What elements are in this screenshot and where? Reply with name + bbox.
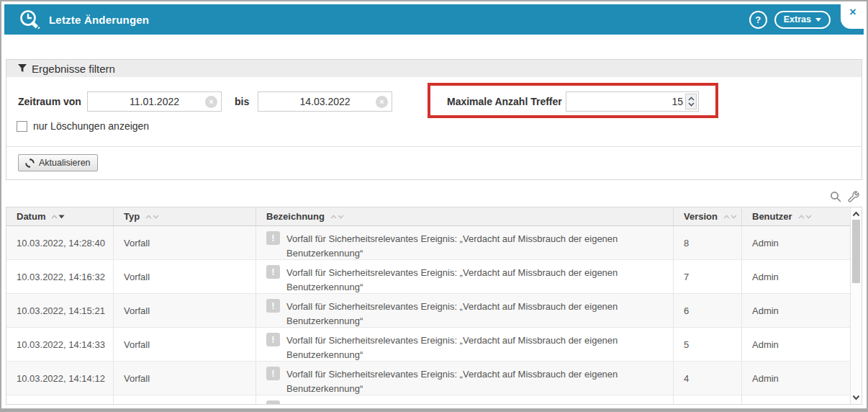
filter-panel: Ergebnisse filtern Zeitraum von 11.01.20… (6, 59, 862, 180)
cell-bezeichnung-text: Vorfall für Sicherheitsrelevantes Ereign… (286, 231, 646, 259)
last-changes-window: Letzte Änderungen ? Extras × Ergebnisse … (0, 0, 868, 412)
page-title: Letzte Änderungen (49, 14, 149, 26)
sort-bezeichnung-icon (330, 215, 344, 219)
filter-panel-header: Ergebnisse filtern (6, 60, 862, 77)
cell-typ (114, 395, 256, 405)
cell-version (674, 395, 742, 405)
column-header-typ-label: Typ (124, 211, 140, 222)
cell-datum: 10.03.2022, 14:28:40 (6, 226, 114, 259)
spinner-up-icon (688, 97, 695, 101)
column-header-datum[interactable]: Datum (6, 207, 114, 225)
zeitraum-von-label: Zeitraum von (18, 91, 81, 112)
table-row[interactable]: 10.03.2022, 14:14:33 Vorfall ! Vorfall f… (6, 328, 851, 362)
cell-benutzer: Admin (742, 294, 851, 327)
column-header-datum-label: Datum (17, 211, 45, 222)
table-row-partial[interactable] (6, 395, 851, 405)
cell-version: 4 (674, 362, 742, 395)
cell-benutzer: Admin (742, 226, 851, 259)
cell-datum (6, 395, 114, 405)
table-toolbar (830, 191, 859, 202)
bis-label: bis (235, 91, 249, 112)
vertical-scrollbar[interactable] (850, 207, 862, 404)
chevron-down-icon (815, 18, 821, 22)
column-header-benutzer[interactable]: Benutzer (742, 207, 851, 225)
titlebar-actions: ? Extras (749, 4, 831, 35)
search-icon[interactable] (830, 191, 841, 202)
column-header-benutzer-label: Benutzer (752, 211, 792, 222)
date-from-value: 11.01.2022 (130, 96, 179, 107)
cell-version: 5 (674, 328, 742, 361)
filter-panel-title: Ergebnisse filtern (32, 63, 115, 75)
date-to-input[interactable]: 14.03.2022 × (258, 91, 392, 112)
help-button[interactable]: ? (749, 11, 767, 29)
filter-divider (6, 146, 862, 147)
cell-bezeichnung-text: Vorfall für Sicherheitsrelevantes Ereign… (286, 265, 646, 293)
clear-date-to-icon[interactable]: × (376, 96, 388, 108)
cell-bezeichnung-text: Vorfall für Sicherheitsrelevantes Ereign… (286, 299, 646, 327)
max-treffer-input[interactable]: 15 (566, 91, 699, 112)
cell-typ: Vorfall (114, 294, 256, 327)
warning-icon: ! (266, 299, 280, 313)
corner-close-container: × (841, 3, 865, 29)
cell-typ: Vorfall (114, 328, 256, 361)
cell-bezeichnung: ! Vorfall für Sicherheitsrelevantes Erei… (256, 328, 674, 361)
table-row[interactable]: 10.03.2022, 14:14:12 Vorfall ! Vorfall f… (6, 362, 851, 395)
spinner-down-icon (688, 102, 695, 107)
warning-icon: ! (266, 231, 280, 245)
sort-datum-desc-icon (51, 215, 65, 219)
cell-version: 6 (674, 294, 742, 327)
clock-pencil-icon (19, 9, 43, 30)
results-table: Datum Typ Bezeichnung (6, 207, 862, 405)
titlebar: Letzte Änderungen ? Extras (4, 4, 864, 35)
cell-benutzer (742, 395, 851, 405)
table-row[interactable]: 10.03.2022, 14:16:32 Vorfall ! Vorfall f… (6, 260, 851, 294)
only-deletions-label: nur Löschungen anzeigen (33, 120, 149, 132)
sort-typ-icon (145, 215, 159, 219)
column-header-version-label: Version (684, 211, 718, 222)
only-deletions-row: nur Löschungen anzeigen (17, 120, 149, 132)
warning-icon (266, 400, 280, 405)
clear-date-from-icon[interactable]: × (205, 96, 217, 108)
wrench-icon[interactable] (848, 191, 859, 202)
sort-benutzer-icon (798, 215, 812, 219)
scroll-up-icon[interactable] (851, 209, 861, 219)
cell-bezeichnung: ! Vorfall für Sicherheitsrelevantes Erei… (256, 260, 674, 293)
warning-icon: ! (266, 367, 280, 380)
cell-datum: 10.03.2022, 14:14:33 (6, 328, 114, 361)
warning-icon: ! (266, 265, 280, 279)
number-spinner[interactable] (685, 94, 697, 109)
cell-bezeichnung: ! Vorfall für Sicherheitsrelevantes Erei… (256, 226, 674, 259)
close-button[interactable]: × (849, 6, 856, 18)
table-row[interactable]: 10.03.2022, 14:15:21 Vorfall ! Vorfall f… (6, 294, 851, 328)
cell-benutzer: Admin (742, 328, 851, 361)
cell-bezeichnung: ! Vorfall für Sicherheitsrelevantes Erei… (256, 294, 674, 327)
cell-typ: Vorfall (114, 260, 256, 293)
cell-bezeichnung (256, 395, 674, 405)
column-header-version[interactable]: Version (674, 207, 742, 225)
cell-datum: 10.03.2022, 14:16:32 (6, 260, 114, 293)
column-header-bezeichnung[interactable]: Bezeichnung (256, 207, 674, 225)
scrollbar-thumb[interactable] (852, 220, 860, 283)
table-header-row: Datum Typ Bezeichnung (6, 207, 851, 226)
extras-button-label: Extras (784, 14, 811, 24)
filter-funnel-icon (18, 64, 27, 73)
refresh-button-label: Aktualisieren (39, 158, 91, 168)
cell-version: 8 (674, 226, 742, 259)
max-treffer-value: 15 (566, 96, 685, 107)
cell-datum: 10.03.2022, 14:15:21 (6, 294, 114, 327)
cell-typ: Vorfall (114, 226, 256, 259)
cell-typ: Vorfall (114, 362, 256, 395)
column-header-typ[interactable]: Typ (114, 207, 256, 225)
date-to-value: 14.03.2022 (299, 96, 350, 107)
date-from-input[interactable]: 11.01.2022 × (87, 91, 222, 112)
sort-version-icon (723, 215, 737, 219)
only-deletions-checkbox[interactable] (17, 121, 27, 132)
scroll-down-icon[interactable] (851, 393, 861, 403)
cell-datum: 10.03.2022, 14:14:12 (6, 362, 114, 395)
table-row[interactable]: 10.03.2022, 14:28:40 Vorfall ! Vorfall f… (6, 226, 851, 260)
extras-button[interactable]: Extras (774, 11, 831, 29)
cell-benutzer: Admin (742, 260, 851, 293)
refresh-icon (25, 158, 35, 168)
refresh-button[interactable]: Aktualisieren (18, 154, 98, 171)
cell-bezeichnung-text: Vorfall für Sicherheitsrelevantes Ereign… (286, 333, 646, 361)
